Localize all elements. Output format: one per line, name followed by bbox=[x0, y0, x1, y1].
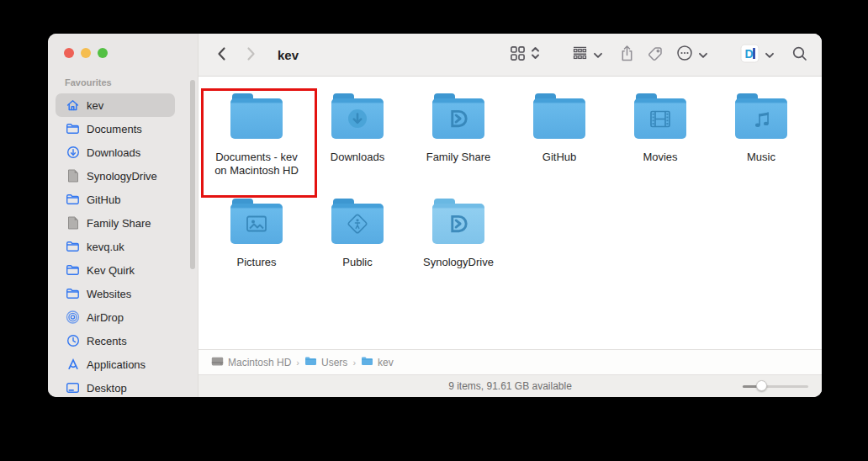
applications-icon bbox=[65, 357, 81, 372]
airdrop-icon bbox=[65, 310, 81, 325]
status-bar: 9 items, 91.61 GB available bbox=[198, 374, 822, 397]
share-button[interactable] bbox=[620, 45, 634, 65]
file-label: Public bbox=[342, 256, 372, 269]
folder-icon bbox=[65, 192, 81, 207]
sidebar-item-websites[interactable]: Websites bbox=[56, 282, 175, 305]
back-button[interactable] bbox=[217, 46, 226, 64]
sidebar-section-heading: Favourites bbox=[65, 77, 112, 87]
breadcrumb-label: Users bbox=[321, 357, 347, 368]
sidebar-item-github[interactable]: GitHub bbox=[56, 188, 175, 211]
breadcrumb-kev[interactable]: kev bbox=[361, 356, 394, 368]
file-item-synologydrive[interactable]: SynologyDrive bbox=[408, 199, 509, 304]
movies-badge bbox=[648, 109, 673, 130]
sidebar-item-documents[interactable]: Documents bbox=[56, 117, 175, 140]
sidebar-item-kev[interactable]: kev bbox=[56, 93, 175, 117]
chevron-left-icon bbox=[217, 46, 226, 64]
sidebar-item-label: SynologyDrive bbox=[87, 170, 157, 183]
folder-icon bbox=[331, 93, 384, 139]
chevron-down-icon bbox=[593, 47, 603, 62]
mini-folder-icon bbox=[304, 356, 317, 368]
forward-button[interactable] bbox=[246, 46, 256, 64]
file-item-github[interactable]: GitHub bbox=[509, 93, 610, 199]
finder-window: Favourites kev Documents Downloads Synol… bbox=[48, 34, 822, 397]
traffic-lights bbox=[64, 48, 108, 58]
folder-icon bbox=[65, 121, 81, 136]
breadcrumb-users[interactable]: Users bbox=[304, 356, 347, 368]
svg-text:D: D bbox=[745, 46, 754, 60]
file-label: SynologyDrive bbox=[423, 256, 494, 269]
toolbar-actions: D bbox=[510, 44, 808, 66]
folder-icon bbox=[65, 239, 81, 254]
sidebar-item-label: Kev Quirk bbox=[87, 264, 135, 277]
breadcrumb-separator: › bbox=[352, 358, 356, 368]
file-item-movies[interactable]: Movies bbox=[610, 93, 711, 199]
synology-drive-icon: D bbox=[740, 44, 760, 66]
music-badge bbox=[751, 109, 772, 130]
sidebar-item-applications[interactable]: Applications bbox=[56, 352, 175, 376]
slider-knob[interactable] bbox=[756, 380, 767, 391]
public-badge bbox=[346, 212, 369, 236]
file-item-music[interactable]: Music bbox=[711, 93, 812, 199]
file-item-public[interactable]: Public bbox=[307, 199, 408, 304]
sidebar-item-label: GitHub bbox=[87, 193, 120, 206]
breadcrumb-macintosh-hd[interactable]: Macintosh HD bbox=[211, 356, 291, 369]
group-by-button[interactable] bbox=[572, 46, 603, 63]
file-item-downloads[interactable]: Downloads bbox=[307, 93, 408, 199]
search-icon bbox=[791, 45, 808, 65]
sidebar-item-label: kevq.uk bbox=[87, 241, 124, 253]
document-icon bbox=[65, 168, 81, 183]
sidebar-item-airdrop[interactable]: AirDrop bbox=[56, 305, 175, 329]
harddrive-icon bbox=[211, 356, 224, 369]
file-grid: Documents - kev on Macintosh HD Download… bbox=[198, 77, 822, 349]
sidebar-item-label: kev bbox=[87, 99, 103, 112]
chevron-down-icon bbox=[765, 47, 775, 62]
folder-icon bbox=[65, 286, 81, 301]
file-item-documents-kev-on-macintosh-hd[interactable]: Documents - kev on Macintosh HD bbox=[206, 93, 307, 199]
folder-icon bbox=[432, 199, 484, 244]
sidebar-item-synologydrive[interactable]: SynologyDrive bbox=[56, 164, 175, 188]
sidebar-item-recents[interactable]: Recents bbox=[56, 329, 175, 352]
sidebar-item-label: Family Share bbox=[87, 217, 151, 230]
folder-icon bbox=[634, 93, 686, 139]
sidebar-item-label: Recents bbox=[87, 335, 127, 347]
synology-badge bbox=[447, 214, 470, 234]
share-icon bbox=[620, 45, 634, 65]
search-button[interactable] bbox=[791, 45, 808, 65]
main-pane: kev D bbox=[198, 34, 822, 397]
sidebar-item-kevq-uk[interactable]: kevq.uk bbox=[56, 235, 175, 258]
zoom-button[interactable] bbox=[98, 48, 108, 58]
chevron-down-icon bbox=[698, 47, 708, 62]
file-item-pictures[interactable]: Pictures bbox=[206, 199, 307, 304]
mini-folder-icon bbox=[361, 356, 373, 368]
tags-button[interactable] bbox=[647, 45, 664, 65]
icon-size-slider[interactable] bbox=[743, 380, 808, 392]
folder-icon bbox=[230, 93, 283, 139]
folder-icon bbox=[65, 262, 81, 278]
sidebar-item-desktop[interactable]: Desktop bbox=[56, 376, 175, 397]
folder-icon bbox=[735, 93, 787, 139]
ellipsis-circle-icon bbox=[676, 45, 693, 65]
sidebar: Favourites kev Documents Downloads Synol… bbox=[48, 34, 198, 397]
sidebar-item-downloads[interactable]: Downloads bbox=[56, 140, 175, 164]
breadcrumb-separator: › bbox=[296, 358, 299, 368]
chevron-right-icon bbox=[246, 46, 256, 64]
toolbar: kev D bbox=[198, 34, 822, 77]
close-button[interactable] bbox=[64, 48, 74, 58]
pictures-badge bbox=[244, 214, 269, 234]
file-label: Family Share bbox=[426, 151, 491, 164]
sidebar-list: kev Documents Downloads SynologyDrive Gi… bbox=[56, 93, 175, 397]
minimize-button[interactable] bbox=[81, 48, 91, 58]
sidebar-scrollbar[interactable] bbox=[190, 80, 195, 269]
more-actions-button[interactable] bbox=[676, 45, 708, 65]
sidebar-item-label: AirDrop bbox=[87, 311, 124, 324]
view-options-button[interactable] bbox=[510, 45, 540, 65]
folder-icon bbox=[533, 93, 585, 139]
file-item-family-share[interactable]: Family Share bbox=[408, 93, 509, 199]
sidebar-item-kev-quirk[interactable]: Kev Quirk bbox=[56, 258, 175, 282]
synology-drive-button[interactable]: D bbox=[740, 44, 775, 66]
download-circle-icon bbox=[65, 145, 81, 160]
grid-view-icon bbox=[510, 45, 526, 65]
folder-icon bbox=[230, 199, 283, 244]
sidebar-item-family-share[interactable]: Family Share bbox=[56, 211, 175, 235]
group-icon bbox=[572, 46, 588, 63]
